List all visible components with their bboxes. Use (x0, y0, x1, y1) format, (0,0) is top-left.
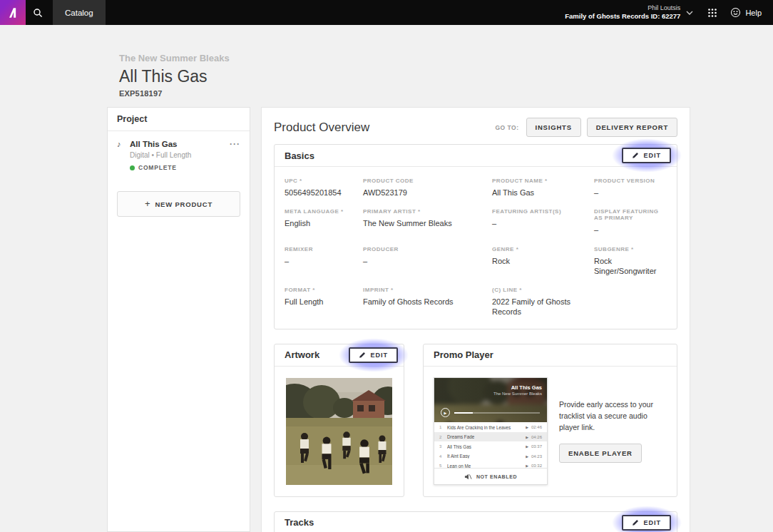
new-product-button[interactable]: + NEW PRODUCT (117, 191, 240, 217)
artist-name: The New Summer Bleaks (119, 53, 230, 63)
basics-edit-button[interactable]: EDIT (622, 148, 671, 163)
play-icon: ▶ (444, 411, 447, 415)
field: FORMAT * Full Length (285, 287, 353, 317)
promo-track-number: 3 (439, 444, 444, 449)
promo-player-section: Promo Player All This Gas The New Summer… (423, 344, 677, 497)
artwork-section: Artwork EDIT (274, 344, 404, 497)
page-title: All This Gas (119, 67, 230, 86)
product-header: The New Summer Bleaks All This Gas EXP51… (119, 53, 230, 98)
help-button[interactable]: Help (725, 0, 773, 25)
status-dot (130, 165, 135, 170)
help-icon (730, 7, 741, 18)
product-overview-card: Product Overview GO TO: INSIGHTS DELIVER… (261, 107, 690, 532)
field-value: 5056495201854 (285, 188, 353, 198)
search-button[interactable] (26, 0, 50, 25)
artwork-title: Artwork (285, 349, 319, 360)
basics-title: Basics (285, 150, 314, 161)
field-value: Rock (492, 256, 584, 266)
artwork-edit-button[interactable]: EDIT (349, 347, 398, 363)
promo-track-number: 4 (439, 454, 444, 459)
promo-track-name: Dreams Fade (447, 434, 523, 439)
enable-player-button[interactable]: ENABLE PLAYER (559, 444, 642, 463)
field-value: – (285, 256, 353, 266)
play-icon: ▶ (526, 435, 528, 439)
basics-fields: UPC * 5056495201854 PRODUCT CODE AWD5231… (275, 167, 677, 329)
promo-track-row: 4 It Aint Easy ▶ 04:23 (434, 451, 547, 461)
promo-track-name: Kids Are Cracking in the Leaves (447, 425, 523, 430)
promo-track-name: Lean on Me (447, 464, 523, 469)
promo-track-row: 3 All This Gas ▶ 03:37 (434, 441, 547, 451)
insights-button[interactable]: INSIGHTS (526, 118, 581, 137)
delivery-report-button[interactable]: DELIVERY REPORT (587, 118, 677, 137)
not-enabled-label: NOT ENABLED (476, 474, 517, 479)
field: PRODUCT VERSION – (594, 178, 667, 198)
promo-progress-bar (454, 412, 540, 414)
field: META LANGUAGE * English (285, 208, 353, 235)
field-value: – (594, 225, 667, 235)
field: REMIXER – (285, 246, 353, 277)
field: PRODUCT NAME * All This Gas (492, 178, 584, 198)
play-icon: ▶ (526, 444, 528, 449)
account-menu[interactable]: Phil Loutsis Family of Ghosts Records ID… (558, 0, 700, 25)
field: SUBGENRE * Rock Singer/Songwriter (594, 246, 667, 277)
field-label: REMIXER (285, 246, 353, 252)
field-label: PRIMARY ARTIST * (363, 208, 482, 215)
project-menu-button[interactable]: ··· (230, 139, 240, 149)
topbar-spacer (106, 0, 558, 25)
field: FEATURING ARTIST(S) – (492, 208, 584, 235)
play-icon: ▶ (526, 464, 528, 468)
promo-track-list: 1 Kids Are Cracking in the Leaves ▶ 02:4… (434, 422, 547, 468)
promo-not-enabled-badge: NOT ENABLED (434, 468, 547, 484)
field: PRODUCER – (363, 246, 482, 277)
field-label: GENRE * (492, 246, 584, 252)
tracks-edit-click-highlight: EDIT (622, 515, 671, 531)
promo-player-title: Promo Player (434, 349, 493, 360)
goto-label: GO TO: (495, 124, 518, 131)
music-note-icon: ♪ (117, 140, 125, 148)
promo-album-artist: The New Summer Bleaks (493, 392, 542, 396)
muted-speaker-icon (464, 473, 472, 481)
sidebar-product-subtitle: Digital • Full Length (130, 151, 240, 159)
field-value: Rock Singer/Songwriter (594, 256, 667, 277)
field-label: IMPRINT * (363, 287, 482, 293)
chevron-down-icon (686, 11, 693, 15)
status-badge: COMPLETE (138, 164, 177, 171)
field: UPC * 5056495201854 (285, 178, 353, 198)
promo-player-preview: All This Gas The New Summer Bleaks ▶ 1 K… (434, 377, 548, 485)
field-label: PRODUCER (363, 246, 482, 252)
field-label: DISPLAY FEATURING AS PRIMARY (594, 208, 667, 221)
basics-edit-click-highlight: EDIT (622, 148, 671, 163)
sidebar-item-product[interactable]: ♪ All This Gas ··· Digital • Full Length… (108, 131, 250, 180)
field-label: SUBGENRE * (594, 246, 667, 252)
new-product-label: NEW PRODUCT (155, 200, 213, 208)
search-icon (33, 8, 43, 18)
field-value: English (285, 218, 353, 228)
field-label: PRODUCT CODE (363, 178, 482, 184)
field-value: Full Length (285, 297, 353, 307)
field-value: – (492, 218, 584, 228)
edit-label: EDIT (643, 519, 661, 526)
field: (C) LINE * 2022 Family of Ghosts Records (492, 287, 584, 317)
help-label: Help (745, 9, 762, 17)
field-label: (C) LINE * (492, 287, 584, 293)
field: DISPLAY FEATURING AS PRIMARY – (594, 208, 667, 235)
product-code: EXP518197 (119, 89, 230, 98)
pencil-icon (632, 152, 639, 159)
field-value: 2022 Family of Ghosts Records (492, 297, 584, 317)
play-icon: ▶ (526, 454, 528, 459)
logo-glyph (6, 6, 20, 20)
pencil-icon (359, 352, 366, 359)
promo-track-row: 2 Dreams Fade ▶ 04:26 (434, 432, 547, 442)
field-value: AWD523179 (363, 188, 482, 198)
promo-track-number: 1 (439, 425, 444, 429)
field-label: PRODUCT NAME * (492, 178, 584, 184)
awal-logo[interactable] (0, 0, 26, 25)
apps-grid-button[interactable] (700, 0, 725, 25)
tracks-edit-button[interactable]: EDIT (622, 515, 671, 531)
play-icon: ▶ (526, 425, 528, 429)
promo-track-number: 5 (439, 464, 444, 468)
field-value: – (363, 256, 482, 266)
field: PRIMARY ARTIST * The New Summer Bleaks (363, 208, 482, 235)
promo-track-length: 03:32 (531, 464, 542, 468)
tab-catalog[interactable]: Catalog (53, 0, 106, 25)
